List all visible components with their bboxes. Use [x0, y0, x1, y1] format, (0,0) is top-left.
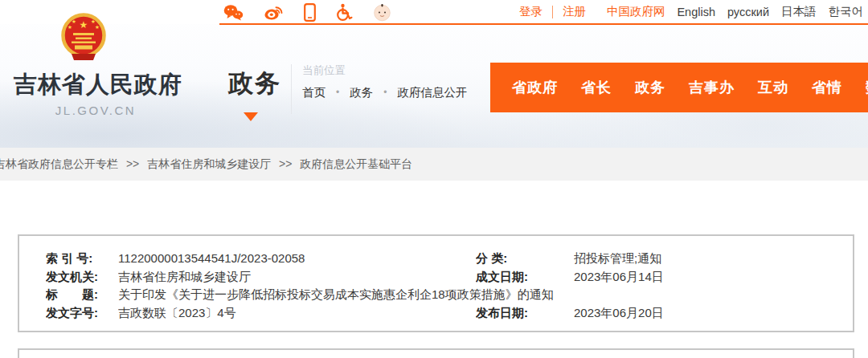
index-number-label: 索 引 号:	[46, 250, 118, 268]
social-icons	[223, 2, 391, 22]
written-date-label: 成文日期:	[476, 268, 574, 287]
section-caret-icon	[244, 112, 258, 121]
document-info-card: 索 引 号: 11220000013544541J/2023-02058 分 类…	[18, 234, 854, 332]
topbar-links: 登录 注册 中国政府网 English русский 日本語 한국어	[519, 4, 863, 19]
accessibility-icon[interactable]	[336, 3, 353, 22]
breadcrumb-separator: •	[336, 87, 339, 98]
svg-text:★: ★	[95, 24, 100, 30]
nav-item-province-info[interactable]: 省情	[812, 78, 842, 97]
register-link[interactable]: 注册	[563, 4, 586, 19]
mobile-icon[interactable]	[304, 3, 316, 22]
doc-number-label: 发文字号:	[46, 304, 118, 323]
nav-item-zhengwu[interactable]: 政务	[635, 78, 665, 97]
current-location-label: 当前位置	[302, 63, 346, 78]
section-title: 政务	[228, 67, 281, 100]
elder-mode-icon[interactable]	[373, 3, 391, 22]
path-separator: >>	[279, 157, 292, 170]
publish-date-value: 2023年06月20日	[574, 304, 846, 323]
wechat-icon[interactable]	[223, 4, 244, 21]
lang-japanese-link[interactable]: 日本語	[781, 4, 817, 19]
path-separator: >>	[126, 157, 139, 170]
issuing-agency-label: 发文机关:	[46, 268, 118, 287]
national-emblem[interactable]: ★ ★ ★ ★ ★	[59, 11, 108, 67]
lang-korean-link[interactable]: 한국어	[829, 4, 864, 19]
utility-topbar: 登录 注册 中国政府网 English русский 日本語 한국어	[0, 0, 868, 24]
index-number-value: 11220000013544541J/2023-02058	[118, 250, 476, 268]
svg-text:★: ★	[80, 19, 88, 31]
login-link[interactable]: 登录	[519, 4, 542, 19]
path-bar: 吉林省政府信息公开专栏 >> 吉林省住房和城乡建设厅 >> 政府信息公开基础平台	[0, 148, 868, 181]
lang-english-link[interactable]: English	[677, 6, 715, 18]
site-domain: JL.GOV.CN	[0, 104, 191, 117]
title-label: 标 题:	[46, 286, 118, 304]
issuing-agency-value: 吉林省住房和城乡建设厅	[118, 268, 476, 287]
nav-item-interaction[interactable]: 互动	[758, 78, 788, 97]
site-name[interactable]: 吉林省人民政府	[14, 69, 182, 101]
path-crumb-housing-dept[interactable]: 吉林省住房和城乡建设厅	[147, 157, 271, 170]
content-card	[18, 348, 854, 358]
publish-date-label: 发布日期:	[476, 304, 574, 323]
breadcrumb-info-disclosure[interactable]: 政府信息公开	[398, 86, 468, 99]
nav-item-jishiban[interactable]: 吉事办	[689, 78, 735, 97]
breadcrumb: 首页 • 政务 • 政府信息公开	[302, 85, 468, 100]
svg-text:★: ★	[72, 18, 76, 24]
breadcrumb-zhengwu[interactable]: 政务	[350, 86, 373, 99]
category-label: 分 类:	[476, 250, 574, 268]
lang-russian-link[interactable]: русский	[727, 6, 769, 18]
page: 登录 注册 中国政府网 English русский 日本語 한국어 ★ ★ …	[0, 0, 868, 358]
login-register-divider	[552, 6, 553, 18]
china-gov-link[interactable]: 中国政府网	[607, 4, 665, 19]
path-crumb-disclosure-column[interactable]: 吉林省政府信息公开专栏	[0, 157, 118, 170]
document-info-grid: 索 引 号: 11220000013544541J/2023-02058 分 类…	[19, 236, 853, 322]
nav-item-governor[interactable]: 省长	[581, 78, 612, 97]
title-value: 关于印发《关于进一步降低招标投标交易成本实施惠企利企18项政策措施》的通知	[118, 286, 846, 304]
svg-text:★: ★	[68, 24, 72, 30]
doc-number-value: 吉政数联〔2023〕4号	[118, 304, 476, 323]
nav-item-provincial-gov[interactable]: 省政府	[512, 78, 558, 97]
category-value: 招投标管理;通知	[574, 250, 846, 268]
vertical-divider	[291, 64, 292, 114]
breadcrumb-home[interactable]: 首页	[302, 86, 326, 99]
weibo-icon[interactable]	[264, 4, 284, 21]
svg-text:★: ★	[91, 18, 96, 24]
main-nav: 省政府 省长 政务 吉事办 互动 省情 数据	[490, 63, 868, 112]
breadcrumb-separator: •	[383, 87, 387, 98]
written-date-value: 2023年06月14日	[574, 268, 846, 287]
path-crumb-platform[interactable]: 政府信息公开基础平台	[300, 157, 412, 170]
topbar-accent-line	[219, 23, 868, 25]
